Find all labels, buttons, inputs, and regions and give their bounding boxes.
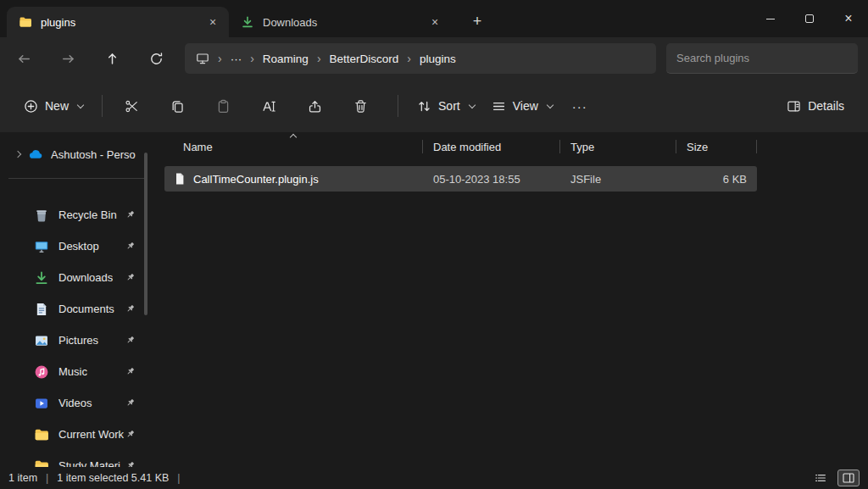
sidebar-item-videos[interactable]: Videos [5, 389, 149, 417]
share-button[interactable] [296, 91, 333, 121]
breadcrumb-this-pc[interactable] [188, 47, 217, 70]
main-area: Ashutosh - Perso Recycle Bin Desktop [0, 132, 868, 467]
breadcrumb-betterdiscord[interactable]: BetterDiscord [322, 47, 407, 70]
column-header-type[interactable]: Type [560, 132, 676, 161]
sidebar-item-study-material[interactable]: Study Materi [5, 452, 149, 467]
tab-label: plugins [41, 16, 203, 29]
file-row-selected[interactable]: CallTimeCounter.plugin.js 05-10-2023 18:… [164, 166, 757, 192]
breadcrumb-plugins[interactable]: plugins [412, 47, 464, 70]
rename-icon [262, 99, 276, 114]
delete-icon [353, 99, 368, 114]
rename-button[interactable] [250, 91, 287, 121]
folder-icon [34, 427, 49, 442]
sidebar-item-desktop[interactable]: Desktop [5, 232, 149, 260]
status-divider: | [177, 472, 180, 484]
sort-button[interactable]: Sort [409, 91, 483, 121]
details-view-toggle[interactable] [810, 470, 832, 486]
file-size-cell: 6 KB [676, 166, 757, 192]
pictures-icon [34, 333, 49, 348]
tab-bar: plugins × Downloads × + × [0, 0, 868, 37]
sidebar-item-music[interactable]: Music [5, 358, 149, 386]
this-pc-icon [196, 52, 209, 65]
pin-icon [125, 209, 136, 220]
sidebar-item-onedrive[interactable]: Ashutosh - Perso [5, 141, 149, 168]
new-plus-icon [24, 99, 38, 114]
tab-downloads[interactable]: Downloads × [229, 7, 451, 37]
minimize-button[interactable] [751, 0, 790, 37]
view-icon [492, 99, 506, 114]
file-date-cell: 05-10-2023 18:55 [423, 166, 560, 192]
search-input[interactable] [676, 52, 848, 64]
download-icon [34, 270, 49, 286]
new-button[interactable]: New [15, 91, 92, 121]
tab-strip: plugins × Downloads × + [0, 7, 490, 37]
sidebar-item-downloads[interactable]: Downloads [5, 264, 149, 292]
pin-icon [125, 397, 136, 408]
recycle-bin-icon [34, 208, 49, 223]
view-button-label: View [513, 99, 538, 113]
up-icon [105, 52, 120, 66]
navigation-bar: › ··· › Roaming › BetterDiscord › plugin… [0, 37, 868, 80]
refresh-button[interactable] [141, 44, 171, 73]
pin-icon [125, 429, 136, 440]
sort-ascending-icon [290, 134, 297, 141]
onedrive-cloud-icon [28, 147, 43, 162]
thumbnail-view-toggle[interactable] [837, 470, 860, 486]
details-pane-icon [787, 99, 801, 114]
breadcrumb-roaming[interactable]: Roaming [255, 47, 316, 70]
breadcrumb-separator: › [316, 52, 322, 65]
column-header-name[interactable]: Name [164, 132, 423, 161]
navigation-pane: Ashutosh - Perso Recycle Bin Desktop [0, 132, 154, 467]
breadcrumb-separator: › [406, 52, 412, 65]
breadcrumb-collapsed[interactable]: ··· [223, 47, 250, 70]
document-icon [34, 302, 49, 317]
breadcrumb-separator: › [217, 52, 223, 65]
column-header-size[interactable]: Size [676, 132, 757, 161]
selection-summary: 1 item selected 5.41 KB [57, 472, 169, 484]
tab-plugins[interactable]: plugins × [7, 7, 229, 37]
view-toggles [810, 470, 860, 486]
chevron-down-icon [547, 101, 554, 108]
music-icon [34, 364, 49, 380]
new-tab-button[interactable]: + [465, 8, 490, 34]
cut-button[interactable] [113, 91, 150, 121]
tab-close-icon[interactable]: × [203, 13, 222, 31]
tab-close-icon[interactable]: × [426, 13, 444, 31]
sidebar-scrollbar[interactable] [144, 153, 147, 315]
new-button-label: New [45, 99, 69, 113]
close-icon: × [844, 12, 852, 25]
file-list-header: Name Date modified Type Size [164, 132, 757, 161]
sort-icon [417, 99, 431, 114]
toolbar-divider [398, 95, 398, 117]
more-options-button[interactable]: ··· [561, 91, 598, 121]
maximize-button[interactable] [790, 0, 829, 37]
command-toolbar: New Sort View [0, 80, 868, 132]
chevron-right-icon[interactable] [14, 151, 21, 158]
paste-button[interactable] [204, 91, 242, 121]
file-type-cell: JSFile [560, 166, 676, 192]
close-button[interactable]: × [829, 0, 868, 37]
sidebar-item-recycle-bin[interactable]: Recycle Bin [5, 201, 149, 229]
pin-icon [125, 335, 136, 346]
back-icon [17, 52, 31, 66]
view-button[interactable]: View [483, 91, 561, 121]
copy-button[interactable] [159, 91, 196, 121]
address-bar[interactable]: › ··· › Roaming › BetterDiscord › plugin… [185, 43, 656, 74]
search-box[interactable] [666, 43, 858, 74]
delete-button[interactable] [342, 91, 379, 121]
forward-button[interactable] [53, 44, 83, 73]
status-divider: | [46, 472, 48, 484]
item-count: 1 item [8, 472, 37, 484]
column-header-date-modified[interactable]: Date modified [423, 132, 560, 161]
up-button[interactable] [97, 44, 127, 73]
sidebar-item-current-work[interactable]: Current Work [5, 420, 149, 448]
js-file-icon [173, 172, 186, 186]
sidebar-item-documents[interactable]: Documents [5, 295, 149, 323]
pin-icon [125, 272, 136, 283]
details-pane-button[interactable]: Details [778, 91, 853, 121]
download-icon [241, 15, 254, 29]
desktop-icon [34, 239, 49, 254]
pin-icon [125, 303, 136, 314]
back-button[interactable] [8, 44, 39, 73]
sidebar-item-pictures[interactable]: Pictures [5, 326, 149, 354]
